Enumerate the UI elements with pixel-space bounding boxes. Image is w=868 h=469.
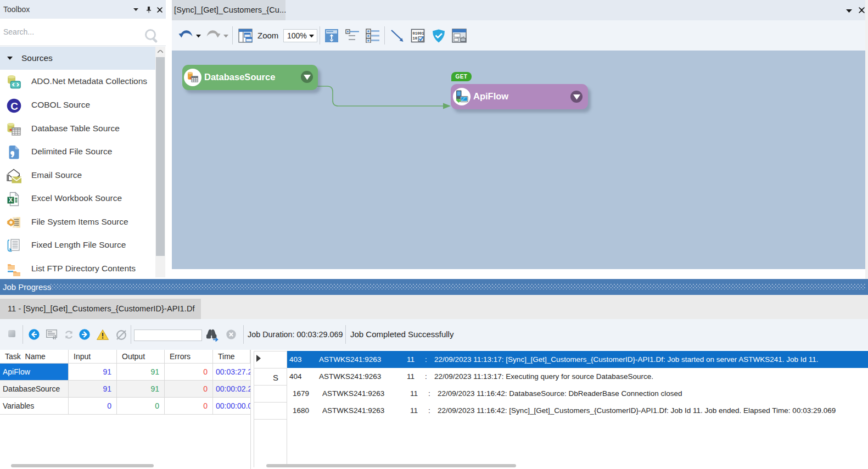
svg-text:10: 10	[413, 36, 417, 41]
svg-text:X: X	[9, 197, 13, 203]
svg-text:01001: 01001	[413, 31, 424, 36]
svg-text:C: C	[10, 101, 18, 112]
